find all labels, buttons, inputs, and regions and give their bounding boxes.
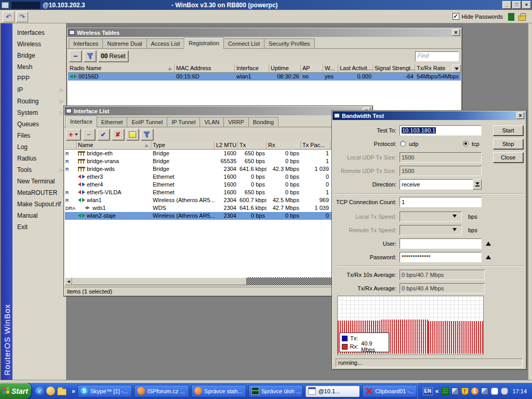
col-last-activity[interactable]: Last Activit... [338, 64, 373, 73]
tab-ip-tunnel[interactable]: IP Tunnel [167, 117, 200, 127]
filter-button[interactable] [84, 50, 96, 62]
horizontal-scrollbar[interactable]: ◀ [65, 277, 373, 285]
ie-icon[interactable]: e [35, 387, 44, 395]
interface-row[interactable]: R bridge-eth Bridge 1600 650 bps 0 bps 1 [65, 150, 371, 157]
remove-button[interactable]: − [83, 129, 95, 140]
mouse-settings-icon[interactable] [501, 388, 508, 395]
col-mac-address[interactable]: MAC Address [175, 64, 235, 73]
sidebar-item-radius[interactable]: Radius [12, 153, 66, 164]
stop-button[interactable]: Stop [493, 139, 523, 149]
sidebar-item-ppp[interactable]: PPP [12, 73, 66, 84]
col-interface[interactable]: Interface [235, 64, 269, 73]
col-flags[interactable] [65, 141, 76, 150]
task-clipboard[interactable]: Clipboard01 -... [362, 385, 417, 397]
interface-row[interactable]: R bridge-wds Bridge 2304 641.6 kbps 42.3… [65, 165, 371, 173]
col-radio-name[interactable]: Radio Name [68, 64, 175, 73]
password-input[interactable]: ************* [400, 252, 482, 262]
col-w[interactable]: W... [323, 64, 338, 73]
col-uptime[interactable]: Uptime [269, 64, 301, 73]
col-name[interactable]: Name [76, 141, 151, 150]
sidebar-item-log[interactable]: Log [12, 141, 66, 153]
sidebar-item-tools[interactable]: Tools▷ [12, 164, 66, 176]
sidebar-item-ip[interactable]: IP▷ [12, 84, 66, 96]
close-icon[interactable]: × [452, 29, 460, 36]
sidebar-item-routing[interactable]: Routing▷ [12, 96, 66, 107]
network-connection-icon[interactable] [451, 388, 459, 395]
sidebar-item-manual[interactable]: Manual [12, 210, 66, 221]
sidebar-item-mesh[interactable]: Mesh [12, 61, 66, 73]
maximize-button[interactable]: □ [512, 1, 521, 9]
tab-registration[interactable]: Registration [184, 37, 224, 49]
task-winbox-active[interactable]: @10.1... [305, 385, 360, 397]
interface-list-title-bar[interactable]: Interface List × [64, 107, 372, 115]
sidebar-item-exit[interactable]: Exit [12, 221, 66, 233]
dropdown-button[interactable] [473, 179, 482, 190]
sidebar-item-wireless[interactable]: Wireless [12, 38, 66, 50]
folder-icon[interactable] [57, 389, 66, 395]
udp-radio[interactable] [400, 141, 406, 147]
tray-chevron[interactable]: « [435, 388, 439, 395]
sidebar-item-make-supout[interactable]: Make Supout.rif [12, 198, 66, 210]
interface-row-selected[interactable]: wlan2-staje Wireless (Atheros AR5... 230… [65, 212, 371, 220]
interface-row[interactable]: R bridge-vrana Bridge 65535 650 bps 0 bp… [65, 157, 371, 165]
redo-icon[interactable]: ↷ [16, 11, 28, 22]
sidebar-item-metarouter[interactable]: MetaROUTER [12, 187, 66, 198]
tab-ethernet[interactable]: Ethernet [97, 117, 128, 127]
messenger-icon[interactable] [491, 388, 498, 395]
col-type[interactable]: Type [151, 141, 215, 150]
expand-up-icon[interactable] [486, 255, 491, 259]
registration-row[interactable]: 00156D 00:15:6D wlan1 08:30:26 no yes 0.… [68, 73, 461, 81]
close-button[interactable]: × [522, 1, 531, 9]
tcp-radio[interactable] [463, 141, 469, 147]
sidebar-item-queues[interactable]: Queues [12, 118, 66, 130]
chevron-down-icon[interactable] [453, 228, 457, 231]
undo-icon[interactable]: ↶ [3, 11, 15, 22]
sidebar-item-bridge[interactable]: Bridge [12, 50, 66, 61]
col-tx-packet[interactable]: Tx Pac... [301, 141, 330, 150]
scrollbar-thumb[interactable] [72, 277, 247, 285]
comment-button[interactable] [126, 129, 139, 140]
task-skype[interactable]: SSkype™ [1] -... [77, 385, 132, 397]
col-tx[interactable]: Tx [238, 141, 267, 150]
tab-nstreme-dual[interactable]: Nstreme Dual [102, 38, 147, 48]
wireless-tables-title-bar[interactable]: Wireless Tables × [68, 28, 461, 37]
tab-vrrp[interactable]: VRRP [223, 117, 249, 127]
close-icon[interactable]: × [516, 112, 524, 119]
scroll-left-icon[interactable]: ◀ [65, 277, 72, 285]
language-indicator[interactable]: EN [423, 387, 433, 395]
find-input[interactable]: Find [415, 51, 459, 61]
interface-row[interactable]: DRA wds1 WDS 2304 641.6 kbps 42.7 Mbps 1… [65, 204, 371, 212]
task-spravce-stahovani[interactable]: Správce stah... [191, 385, 246, 397]
tab-interface[interactable]: Interface [65, 116, 97, 127]
col-signal-strength[interactable]: Signal Strengt... [373, 64, 415, 73]
interface-row[interactable]: R wlan1 Wireless (Atheros AR5... 2304 60… [65, 196, 371, 204]
sidebar-item-new-terminal[interactable]: New Terminal [12, 176, 66, 187]
tab-connect-list[interactable]: Connect List [223, 38, 264, 48]
close-button[interactable]: Close [493, 152, 523, 163]
task-ispforum[interactable]: ISPforum.cz ... [134, 385, 189, 397]
col-ap[interactable]: AP [301, 64, 323, 73]
bandwidth-test-title-bar[interactable]: Bandwidth Test × [332, 111, 526, 120]
interface-row[interactable]: R ether5-VILDA Ethernet 1600 650 bps 0 b… [65, 189, 371, 196]
start-button[interactable]: Start [493, 125, 523, 136]
enable-button[interactable]: ✔ [97, 129, 110, 140]
update-badge-icon[interactable]: 1 [471, 388, 478, 395]
tab-bonding[interactable]: Bonding [248, 117, 278, 127]
interface-row[interactable]: ether3 Ethernet 1600 0 bps 0 bps 0 [65, 173, 371, 181]
start-button[interactable]: Start [0, 383, 31, 399]
network-activity-icon[interactable] [442, 388, 449, 395]
column-select-button[interactable] [453, 64, 461, 73]
tab-interfaces[interactable]: Interfaces [69, 38, 103, 48]
tab-vlan[interactable]: VLAN [200, 117, 224, 127]
hide-passwords-checkbox[interactable]: ✓ [453, 13, 459, 20]
col-l2mtu[interactable]: L2 MTU [215, 141, 238, 150]
tab-eoip-tunnel[interactable]: EoIP Tunnel [127, 117, 167, 127]
direction-select[interactable]: receive [400, 179, 482, 190]
update-icon[interactable] [46, 387, 55, 395]
security-shield-icon[interactable]: ! [461, 388, 469, 395]
more-chevron[interactable]: » [72, 388, 75, 395]
reset-button[interactable]: 00Reset [98, 50, 128, 62]
sidebar-item-system[interactable]: System▷ [12, 107, 66, 118]
expand-up-icon[interactable] [486, 242, 491, 246]
interface-row[interactable]: ether4 Ethernet 1600 0 bps 0 bps 0 [65, 181, 371, 189]
